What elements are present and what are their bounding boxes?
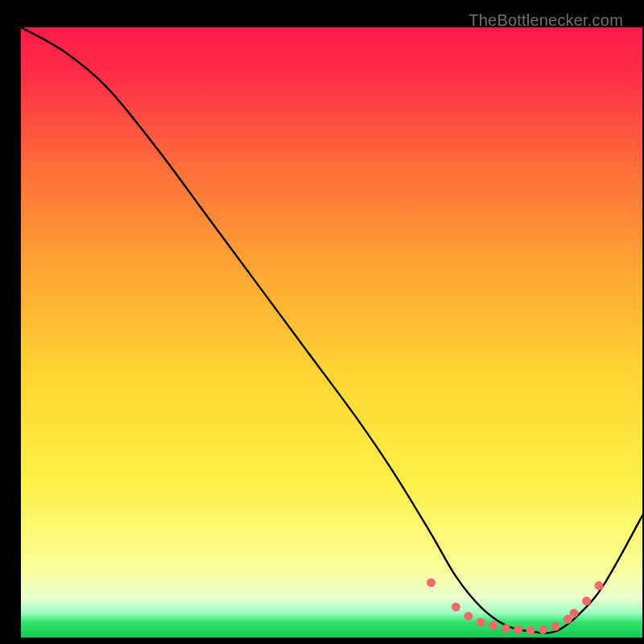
highlight-dot <box>582 597 591 605</box>
highlight-dot <box>551 622 559 631</box>
highlight-dot <box>427 578 436 587</box>
highlight-dot <box>594 581 603 590</box>
highlight-dot <box>489 621 497 630</box>
gradient-background <box>21 27 642 638</box>
highlight-dot <box>477 618 485 627</box>
highlight-dot <box>502 624 510 633</box>
chart-frame: TheBottlenecker.com <box>10 10 634 634</box>
bottleneck-chart <box>21 27 642 638</box>
highlight-dot <box>539 625 547 634</box>
highlight-dot <box>452 603 460 612</box>
highlight-dot <box>464 612 473 621</box>
highlight-dot <box>514 625 522 634</box>
highlight-dot <box>526 625 535 634</box>
watermark-text: TheBottlenecker.com <box>469 11 623 30</box>
highlight-dot <box>570 609 579 617</box>
